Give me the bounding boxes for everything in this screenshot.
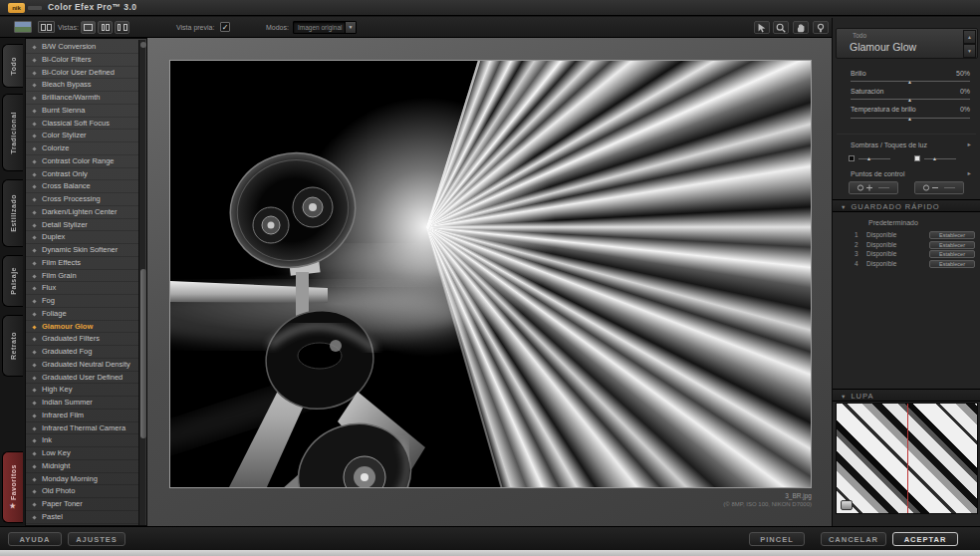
hand-pan-tool-icon[interactable] <box>793 21 809 34</box>
chevron-down-icon[interactable]: ▼ <box>345 22 356 33</box>
filter-item[interactable]: Indian Summer <box>26 397 138 410</box>
filter-item[interactable]: Monday Morning <box>26 473 138 486</box>
filter-item[interactable]: Color Stylizer <box>26 130 138 142</box>
filter-item[interactable]: Graduated Fog <box>26 346 138 359</box>
slider-track[interactable]: ▲ <box>851 118 970 119</box>
filter-item[interactable]: High Key <box>26 384 138 397</box>
filter-item[interactable]: Contrast Only <box>26 168 138 181</box>
slider-thumb[interactable]: ▲ <box>907 97 912 103</box>
quick-save-section-header[interactable]: ▼GUARDADO RÁPIDO <box>833 199 980 212</box>
filter-item[interactable]: Classical Soft Focus <box>26 118 138 131</box>
scrollbar-up-knob[interactable] <box>140 42 146 48</box>
filter-item[interactable]: Detail Stylizer <box>26 219 138 232</box>
tab-todo[interactable]: Todo <box>2 44 23 88</box>
app-title: Color Efex Pro™ 3.0 <box>48 2 136 12</box>
split-view-button[interactable] <box>98 21 113 34</box>
tab-favoritos[interactable]: Favoritos★ <box>2 451 23 523</box>
filter-item[interactable]: Infrared Film <box>26 410 138 422</box>
remove-control-point-button[interactable] <box>914 181 964 194</box>
filter-item[interactable]: Duplex <box>26 231 138 244</box>
filter-item[interactable]: Low Key <box>26 447 138 460</box>
collapse-arrow-icon[interactable]: ▼ <box>841 394 847 400</box>
help-button[interactable]: AYUDA <box>8 532 62 546</box>
filter-bullet-icon <box>32 172 36 176</box>
add-control-point-button[interactable] <box>849 181 898 194</box>
collapse-arrow-icon[interactable]: ▼ <box>841 204 847 210</box>
zoom-tool-icon[interactable] <box>773 21 789 34</box>
filter-item[interactable]: Glamour Glow <box>26 321 138 334</box>
filter-item[interactable]: Midnight <box>26 460 138 473</box>
filter-item[interactable]: Brilliance/Warmth <box>26 92 138 105</box>
filter-bullet-icon <box>32 414 36 417</box>
background-color-tool-icon[interactable] <box>813 21 829 34</box>
slider-value: 0% <box>960 88 970 95</box>
shadows-highlights-header[interactable]: Sombras / Toques de luz ► <box>851 141 972 148</box>
scrollbar-thumb[interactable] <box>140 269 146 438</box>
filter-item[interactable]: Darken/Lighten Center <box>26 206 138 219</box>
filter-item[interactable]: B/W Conversion <box>26 41 138 54</box>
shadows-mini-slider[interactable]: ▲ <box>849 154 894 162</box>
tab-estilizado[interactable]: Estilizado <box>2 179 23 247</box>
slot-set-button[interactable]: Establecer <box>929 231 975 239</box>
slider-track[interactable]: ▲ <box>851 99 970 100</box>
slider-thumb[interactable]: ▲ <box>907 79 912 85</box>
filter-item[interactable]: Ink <box>26 434 138 447</box>
mode-dropdown[interactable]: Imagen original ▼ <box>293 21 357 34</box>
filter-item[interactable]: Infrared Thermal Camera <box>26 422 138 435</box>
filter-item[interactable]: Film Grain <box>26 270 138 283</box>
filter-item-label: High Key <box>42 385 72 394</box>
slot-set-button[interactable]: Establecer <box>929 250 975 258</box>
preview-checkbox[interactable]: ✓ <box>220 22 230 32</box>
filter-item[interactable]: Contrast Color Range <box>26 155 138 168</box>
list-view-icon[interactable] <box>38 21 55 33</box>
accept-button[interactable]: ACEPTAR <box>892 532 958 546</box>
preview-label: Vista previa: <box>176 24 214 31</box>
slider-track[interactable]: ▲ <box>851 81 970 82</box>
filter-header: Todo Glamour Glow ▲ ▼ <box>836 28 978 59</box>
tab-retrato[interactable]: Retrato <box>2 315 23 377</box>
brush-button[interactable]: PINCEL <box>749 532 805 546</box>
filter-item[interactable]: Old Photo <box>26 485 138 498</box>
filter-item[interactable]: Cross Processing <box>26 193 138 206</box>
tab-paisaje[interactable]: Paisaje <box>2 255 23 307</box>
slider-thumb[interactable]: ▲ <box>907 116 912 122</box>
quick-save-default[interactable]: Predeterminado <box>868 219 918 226</box>
filter-item[interactable]: Graduated Neutral Density <box>26 359 138 372</box>
filter-list-scrollbar[interactable] <box>138 40 145 526</box>
title-bar: nik Color Efex Pro™ 3.0 <box>0 0 980 16</box>
filter-item[interactable]: Pastel <box>26 511 138 524</box>
filter-item[interactable]: Graduated Filters <box>26 333 138 346</box>
highlights-mini-slider[interactable]: ▲ <box>914 154 960 162</box>
cursor-tool-icon[interactable] <box>754 21 770 34</box>
filter-item[interactable]: Colorize <box>26 142 138 155</box>
filter-item-label: Low Key <box>42 448 71 457</box>
expand-arrow-icon[interactable]: ► <box>967 170 972 176</box>
filter-item[interactable]: Bi-Color User Defined <box>26 67 138 80</box>
filter-prev-button[interactable]: ▲ <box>963 30 976 44</box>
filter-item[interactable]: Foliage <box>26 308 138 321</box>
settings-button[interactable]: AJUSTES <box>68 532 125 546</box>
slot-set-button[interactable]: Establecer <box>929 260 975 268</box>
filter-item[interactable]: Film Effects <box>26 257 138 270</box>
filter-item[interactable]: Dynamic Skin Softener <box>26 244 138 257</box>
loupe-section-header[interactable]: ▼LUPA <box>833 389 980 402</box>
filter-item[interactable]: Flux <box>26 282 138 295</box>
expand-arrow-icon[interactable]: ► <box>967 141 972 147</box>
filter-item[interactable]: Cross Balance <box>26 180 138 193</box>
filter-item[interactable]: Bleach Bypass <box>26 79 138 92</box>
thumbnail-view-icon[interactable] <box>14 21 32 33</box>
filter-item[interactable]: Bi-Color Filters <box>26 54 138 67</box>
cancel-button[interactable]: CANCELAR <box>821 532 886 546</box>
filter-panel: B/W ConversionBi-Color FiltersBi-Color U… <box>25 38 147 526</box>
side-by-side-view-button[interactable] <box>115 21 129 34</box>
control-points-header[interactable]: Puntos de control ► <box>851 170 972 177</box>
slot-set-button[interactable]: Establecer <box>929 241 975 249</box>
single-view-button[interactable] <box>81 21 96 34</box>
filter-item[interactable]: Burnt Sienna <box>26 105 138 118</box>
filter-next-button[interactable]: ▼ <box>963 44 976 58</box>
filter-item[interactable]: Fog <box>26 295 138 308</box>
loupe-pin-icon[interactable] <box>841 500 853 510</box>
filter-item[interactable]: Paper Toner <box>26 498 138 511</box>
filter-item[interactable]: Graduated User Defined <box>26 372 138 385</box>
tab-tradicional[interactable]: Tradicional <box>2 94 23 171</box>
